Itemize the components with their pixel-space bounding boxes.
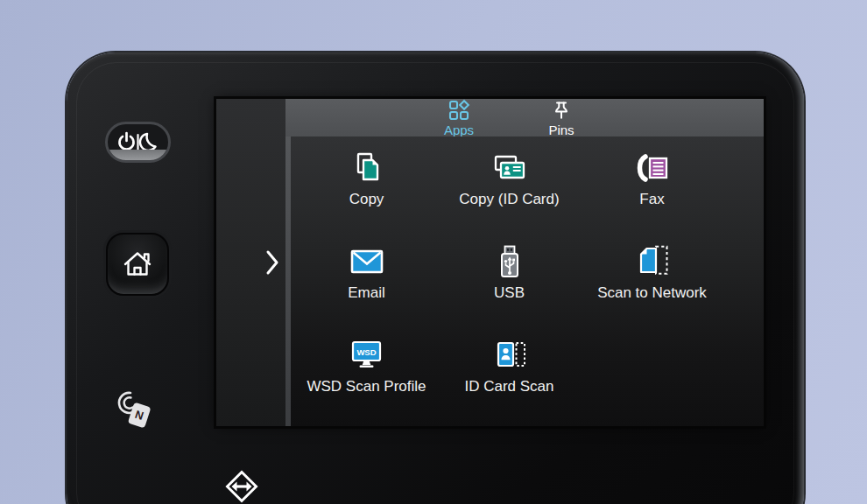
copy-id-card-icon — [489, 147, 531, 189]
apps-grid-icon — [448, 99, 470, 122]
screen-main: Apps Pins — [285, 99, 764, 426]
printer-control-panel: N — [67, 52, 804, 504]
email-icon — [346, 241, 388, 283]
app-label: Copy — [349, 191, 384, 208]
app-label: WSD Scan Profile — [307, 378, 426, 396]
app-tile-copy-id-card[interactable]: Copy (ID Card) — [438, 145, 581, 239]
power-led-bar — [108, 150, 168, 160]
screenshot-stage: N — [0, 0, 867, 504]
app-label: Copy (ID Card) — [459, 191, 559, 208]
usb-icon — [489, 241, 531, 283]
tab-pins-label: Pins — [548, 123, 574, 136]
app-tile-copy[interactable]: Copy — [295, 145, 438, 239]
power-sleep-button[interactable] — [105, 122, 171, 163]
app-label: USB — [494, 284, 525, 302]
app-label: ID Card Scan — [464, 378, 553, 396]
fax-icon — [631, 147, 673, 189]
pushpin-icon — [550, 99, 573, 122]
data-transfer-indicator — [224, 469, 259, 504]
expand-chevron-icon — [265, 249, 279, 276]
app-tile-wsd-scan-profile[interactable]: WSD WSD Scan Profile — [295, 332, 438, 426]
tab-apps-label: Apps — [444, 123, 474, 136]
apps-grid: Copy — [291, 136, 764, 426]
id-card-scan-icon — [489, 334, 531, 376]
wsd-icon-text: WSD — [356, 347, 376, 357]
screen-lower: Copy — [285, 136, 764, 426]
app-tile-usb[interactable]: USB — [438, 239, 581, 332]
wsd-scan-profile-icon: WSD — [346, 334, 388, 376]
app-label: Fax — [639, 191, 664, 208]
home-icon — [122, 249, 153, 279]
touchscreen: Apps Pins — [216, 99, 764, 426]
scan-to-network-icon — [631, 241, 673, 283]
app-label: Scan to Network — [597, 284, 707, 302]
tab-bar: Apps Pins — [285, 99, 764, 136]
app-tile-fax[interactable]: Fax — [581, 145, 723, 239]
home-button[interactable] — [106, 233, 169, 296]
app-tile-scan-to-network[interactable]: Scan to Network — [581, 239, 723, 332]
nfc-icon: N — [112, 387, 161, 438]
tab-apps[interactable]: Apps — [426, 99, 492, 136]
nfc-touchpoint: N — [112, 387, 161, 438]
data-transfer-icon — [224, 469, 259, 504]
app-label: Email — [348, 284, 385, 302]
collapsed-panel-handle[interactable] — [216, 99, 285, 426]
copy-icon — [346, 147, 388, 189]
app-tile-id-card-scan[interactable]: ID Card Scan — [438, 332, 581, 426]
tab-pins[interactable]: Pins — [529, 99, 594, 136]
app-tile-email[interactable]: Email — [295, 239, 438, 332]
